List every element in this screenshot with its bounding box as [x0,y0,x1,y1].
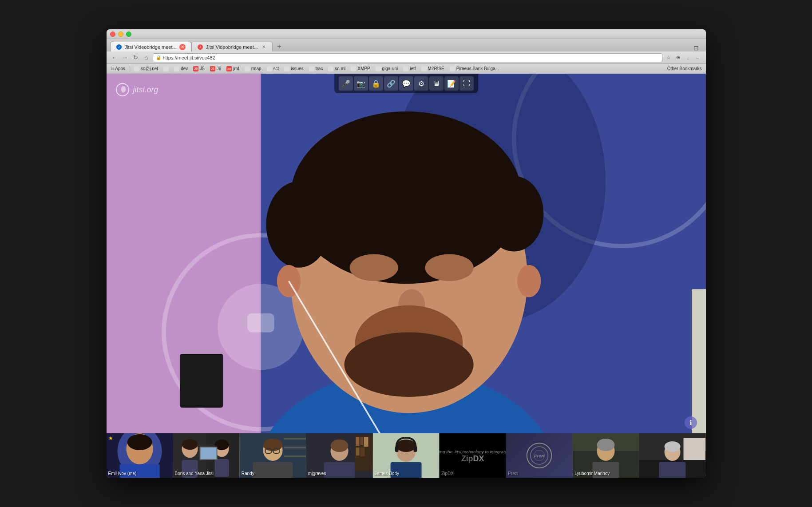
nav-action-2[interactable]: ⊕ [674,53,683,62]
thumbnail-zipdx[interactable]: Reusing the Jitsi technology to integrat… [440,433,506,478]
address-bar[interactable]: 🔒 https://meet.jit.si/vuc482 [153,53,662,62]
nav-actions: ☆ ⊕ ↓ ≡ [664,53,702,62]
bm-icon-trac [309,66,314,71]
svg-rect-61 [364,437,368,447]
svg-point-56 [330,440,348,452]
bm-item-2[interactable] [161,66,171,72]
tab-2-title: Jitsi Videobridge meet... [206,44,258,50]
bm-item-j5[interactable]: J5 J5 [191,66,207,72]
browser-chrome: J Jitsi Videobridge meet... ✕ J Jitsi Vi… [107,39,706,74]
thumb-label-4: mjgraves [308,471,326,476]
refresh-button[interactable]: ↻ [131,53,140,62]
bm-icon-jmf: jmf [226,66,232,71]
notes-button[interactable]: 📝 [444,76,459,91]
url-text: https://meet.jit.si/vuc482 [163,55,215,60]
svg-rect-69 [413,447,417,452]
svg-rect-9 [180,354,223,408]
mute-button[interactable]: 🎤 [339,76,353,91]
thumbnail-mjgraves[interactable]: mjgraves [306,433,373,478]
bm-apps[interactable]: ⠿ Apps [108,66,128,71]
bm-item-piraeus[interactable]: Piraeus Bank Bulga... [448,66,501,72]
link-button[interactable]: 🔗 [384,76,398,91]
svg-point-17 [517,265,540,297]
thumbnail-emil[interactable]: ★ Emil Ivov (me) [107,433,173,478]
nav-action-3[interactable]: ↓ [684,53,693,62]
bm-item-sct[interactable]: sct [265,66,281,72]
svg-rect-4 [247,313,274,332]
svg-rect-89 [659,462,686,478]
bm-item-j6[interactable]: J6 J6 [208,66,224,72]
svg-point-19 [425,254,473,281]
tab-1-close[interactable]: ✕ [179,44,186,50]
other-bookmarks[interactable]: Other Bookmarks [665,66,704,71]
bm-item-jmf[interactable]: jmf jmf [224,66,241,72]
thumb-star-1: ★ [108,435,113,441]
bm-icon-scml [328,66,333,71]
bm-icon-3 [174,66,179,71]
bm-icon-giga [376,66,381,71]
thumb-label-6: ZipDX [441,471,454,476]
close-button[interactable] [110,32,115,37]
svg-rect-52 [284,456,306,457]
bm-item-1[interactable]: sc@j.net [132,66,160,72]
main-video[interactable]: jitsi.org 🎤 📷 🔒 🔗 💬 ⚙ 🖥 📝 ⛶ ℹ [107,74,706,478]
bm-icon-piraeus [450,66,455,71]
maximize-button[interactable] [126,32,131,37]
thumb-label-7: Prezi [508,471,518,476]
thumbnail-9[interactable] [639,433,705,478]
bm-item-m2rise[interactable]: M2RISE [419,66,447,72]
thumbnail-lyubomir[interactable]: Lyubomir Marinov [573,433,639,478]
svg-rect-50 [284,438,306,440]
svg-text:Reusing the Jitsi technology t: Reusing the Jitsi technology to integrat… [440,449,506,454]
camera-button[interactable]: 📷 [354,76,368,91]
minimize-button[interactable] [118,32,123,37]
bookmark-star[interactable]: ☆ [664,53,673,62]
svg-point-15 [484,176,543,252]
thumbnail-james[interactable]: James Body [373,433,440,478]
jitsi-logo-text: jitsi.org [133,85,158,95]
new-tab-button[interactable]: + [274,42,284,51]
lock-icon: 🔒 [156,55,161,60]
svg-text:ZipDX: ZipDX [461,454,484,463]
bm-item-3[interactable]: dev [172,66,190,72]
settings-button[interactable]: ⚙ [414,76,428,91]
tab-2[interactable]: J Jitsi Videobridge meet... ✕ [191,42,273,51]
bm-icon-issues [284,66,289,71]
tab-2-close[interactable]: ✕ [261,44,267,50]
thumbnail-boris[interactable]: Boris and Yana Jitsi [173,433,240,478]
chat-button[interactable]: 💬 [399,76,413,91]
svg-rect-63 [360,448,364,456]
svg-point-82 [597,439,615,451]
tab-bar: J Jitsi Videobridge meet... ✕ J Jitsi Vi… [107,39,706,51]
thumbnail-randy[interactable]: Randy [240,433,306,478]
svg-text:Prezi: Prezi [534,453,544,458]
window-controls[interactable]: ⊡ [693,44,702,51]
bm-item-giga[interactable]: giga-uni [373,66,400,72]
tab-1[interactable]: J Jitsi Videobridge meet... ✕ [110,42,191,51]
screen-button[interactable]: 🖥 [429,76,444,91]
bm-sep-1 [130,66,130,72]
bm-item-ietf[interactable]: ietf [401,66,418,72]
svg-point-18 [349,254,398,281]
tab-1-favicon: J [116,44,122,50]
bm-item-scml[interactable]: sc-ml [326,66,348,72]
tab-1-title: Jitsi Videobridge meet... [125,44,177,50]
nav-menu[interactable]: ≡ [693,53,702,62]
bm-item-trac[interactable]: trac [307,66,325,72]
bm-item-xmpp[interactable]: XMPP [349,66,372,72]
info-button[interactable]: ℹ [685,416,697,429]
svg-point-30 [127,434,152,450]
bm-item-rmap[interactable]: rmap [242,66,264,72]
home-button[interactable]: ⌂ [142,53,151,62]
thumb-label-2: Boris and Yana Jitsi [175,471,214,476]
thumbnail-prezi[interactable]: Prezi Prezi [506,433,573,478]
back-button[interactable]: ← [110,53,119,62]
bm-icon-j5: J5 [193,66,198,71]
forward-button[interactable]: → [121,53,130,62]
svg-rect-51 [284,447,306,448]
bm-icon-1 [134,66,139,71]
lock-button[interactable]: 🔒 [369,76,383,91]
fullscreen-button[interactable]: ⛶ [459,76,474,91]
bm-item-issues[interactable]: issues [282,66,305,72]
svg-rect-60 [360,437,363,445]
